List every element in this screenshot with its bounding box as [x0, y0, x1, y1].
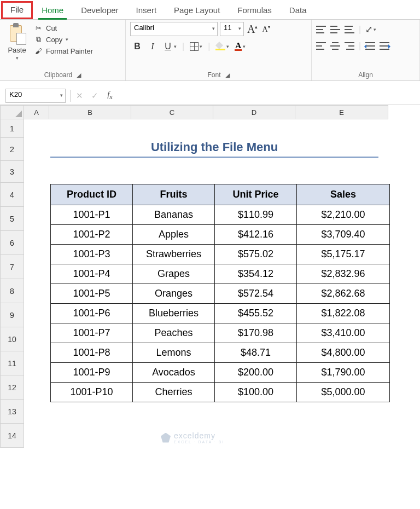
table-cell[interactable]: Grapes: [133, 264, 215, 284]
table-cell[interactable]: $5,000.00: [297, 383, 390, 402]
tab-developer[interactable]: Developer: [72, 2, 127, 19]
name-box[interactable]: K20 ▾: [5, 89, 66, 103]
chevron-down-icon[interactable]: ▾: [374, 27, 376, 32]
dialog-launcher-icon[interactable]: ◢: [77, 72, 81, 79]
fill-color-button[interactable]: [215, 43, 225, 50]
column-header-C[interactable]: C: [131, 105, 213, 119]
select-all-corner[interactable]: [0, 105, 24, 119]
row-header-7[interactable]: 7: [0, 255, 24, 279]
table-cell[interactable]: Oranges: [133, 284, 215, 304]
chevron-down-icon[interactable]: ▾: [243, 44, 246, 49]
table-header[interactable]: Sales: [297, 184, 390, 205]
column-header-B[interactable]: B: [49, 105, 131, 119]
table-cell[interactable]: 1001-P7: [51, 323, 133, 343]
cancel-formula-button[interactable]: ✕: [72, 91, 87, 101]
table-cell[interactable]: $575.02: [215, 245, 297, 264]
accept-formula-button[interactable]: ✓: [87, 91, 102, 101]
table-cell[interactable]: $2,832.96: [297, 264, 390, 284]
column-header-E[interactable]: E: [295, 105, 388, 119]
table-cell[interactable]: $110.99: [215, 205, 297, 225]
table-cell[interactable]: $572.54: [215, 284, 297, 304]
align-left-button[interactable]: [316, 42, 326, 50]
tab-formulas[interactable]: Formulas: [229, 2, 281, 19]
align-center-button[interactable]: [330, 42, 340, 50]
cells-area[interactable]: Utilizing the File Menu Product IDFruits…: [24, 119, 420, 448]
row-header-5[interactable]: 5: [0, 207, 24, 231]
table-header[interactable]: Product ID: [51, 184, 133, 205]
row-header-6[interactable]: 6: [0, 231, 24, 255]
table-cell[interactable]: Peaches: [133, 323, 215, 343]
table-cell[interactable]: Blueberries: [133, 304, 215, 323]
table-cell[interactable]: 1001-P1: [51, 205, 133, 225]
table-cell[interactable]: $2,210.00: [297, 205, 390, 225]
table-cell[interactable]: Strawberries: [133, 245, 215, 264]
table-cell[interactable]: 1001-P9: [51, 363, 133, 383]
column-header-D[interactable]: D: [213, 105, 295, 119]
table-cell[interactable]: 1001-P8: [51, 343, 133, 363]
table-cell[interactable]: $48.71: [215, 343, 297, 363]
row-header-13[interactable]: 13: [0, 400, 24, 424]
table-cell[interactable]: $3,410.00: [297, 323, 390, 343]
fx-button[interactable]: fx: [102, 90, 118, 101]
paste-button[interactable]: Paste ▾: [4, 22, 30, 62]
tab-data[interactable]: Data: [281, 2, 316, 19]
tab-page-layout[interactable]: Page Layout: [165, 2, 229, 19]
chevron-down-icon[interactable]: ▾: [174, 44, 177, 49]
cut-button[interactable]: ✂ Cut: [33, 23, 94, 33]
format-painter-button[interactable]: 🖌 Format Painter: [33, 46, 94, 56]
row-header-14[interactable]: 14: [0, 424, 24, 448]
tab-file[interactable]: File: [1, 1, 33, 19]
formula-input[interactable]: [118, 89, 420, 103]
table-cell[interactable]: Bananas: [133, 205, 215, 225]
row-header-11[interactable]: 11: [0, 351, 24, 375]
row-header-4[interactable]: 4: [0, 183, 24, 207]
table-header[interactable]: Unit Price: [215, 184, 297, 205]
table-cell[interactable]: $1,822.08: [297, 304, 390, 323]
table-cell[interactable]: $3,709.40: [297, 225, 390, 245]
align-bottom-button[interactable]: [345, 26, 354, 33]
font-name-combo[interactable]: Calibri ▾: [130, 22, 218, 36]
table-cell[interactable]: $412.16: [215, 225, 297, 245]
table-header[interactable]: Fruits: [133, 184, 215, 205]
chevron-down-icon[interactable]: ▾: [226, 44, 229, 49]
decrease-font-button[interactable]: A▾: [261, 25, 271, 34]
row-header-3[interactable]: 3: [0, 161, 24, 183]
table-cell[interactable]: $4,800.00: [297, 343, 390, 363]
orientation-button[interactable]: ⤢: [365, 24, 372, 34]
row-header-10[interactable]: 10: [0, 327, 24, 351]
table-cell[interactable]: 1001-P4: [51, 264, 133, 284]
table-cell[interactable]: $354.12: [215, 264, 297, 284]
table-cell[interactable]: $455.52: [215, 304, 297, 323]
table-cell[interactable]: 1001-P5: [51, 284, 133, 304]
table-cell[interactable]: Avocados: [133, 363, 215, 383]
decrease-indent-button[interactable]: [365, 42, 375, 50]
copy-button[interactable]: ⧉ Copy ▾: [33, 34, 94, 44]
table-cell[interactable]: $1,790.00: [297, 363, 390, 383]
align-middle-button[interactable]: [330, 26, 340, 33]
table-cell[interactable]: Apples: [133, 225, 215, 245]
table-cell[interactable]: $200.00: [215, 363, 297, 383]
chevron-down-icon[interactable]: ▾: [200, 44, 202, 49]
table-cell[interactable]: 1001-P6: [51, 304, 133, 323]
increase-indent-button[interactable]: [380, 42, 389, 50]
bold-button[interactable]: B: [132, 42, 142, 51]
table-cell[interactable]: $170.98: [215, 323, 297, 343]
table-cell[interactable]: $2,862.68: [297, 284, 390, 304]
table-cell[interactable]: $5,175.17: [297, 245, 390, 264]
row-header-8[interactable]: 8: [0, 279, 24, 303]
row-header-2[interactable]: 2: [0, 138, 24, 161]
tab-insert[interactable]: Insert: [127, 2, 166, 19]
table-cell[interactable]: $100.00: [215, 383, 297, 402]
row-header-1[interactable]: 1: [0, 119, 24, 138]
row-header-9[interactable]: 9: [0, 303, 24, 327]
align-right-button[interactable]: [345, 42, 354, 50]
font-color-button[interactable]: A: [235, 42, 242, 51]
table-cell[interactable]: Lemons: [133, 343, 215, 363]
increase-font-button[interactable]: A▴: [246, 23, 259, 36]
row-header-12[interactable]: 12: [0, 375, 24, 400]
font-size-combo[interactable]: 11 ▾: [220, 22, 244, 36]
italic-button[interactable]: I: [148, 42, 158, 51]
align-top-button[interactable]: [316, 26, 326, 33]
table-cell[interactable]: Cherries: [133, 383, 215, 402]
borders-button[interactable]: [190, 42, 199, 51]
